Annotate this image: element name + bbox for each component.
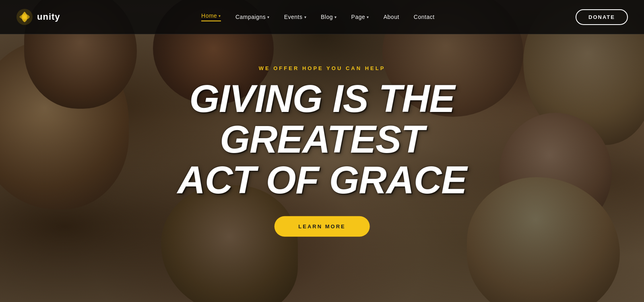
nav-item-about[interactable]: About [384, 14, 399, 20]
nav-item-campaigns[interactable]: Campaigns ▾ [235, 14, 270, 20]
hero-headline: GIVING IS THE GREATEST ACT OF GRACE [178, 79, 467, 200]
hero-section: ω unity Home ▾ Campaigns ▾ Events ▾ [0, 0, 644, 302]
chevron-down-icon: ▾ [219, 14, 221, 18]
donate-button[interactable]: DONATE [576, 9, 628, 25]
nav-item-contact[interactable]: Contact [414, 14, 435, 20]
svg-text:ω: ω [23, 14, 26, 19]
chevron-down-icon: ▾ [304, 15, 307, 19]
navbar: ω unity Home ▾ Campaigns ▾ Events ▾ [0, 0, 644, 34]
nav-link-campaigns[interactable]: Campaigns ▾ [235, 14, 270, 20]
nav-link-events[interactable]: Events ▾ [284, 14, 306, 20]
nav-link-page[interactable]: Page ▾ [351, 14, 369, 20]
nav-links: Home ▾ Campaigns ▾ Events ▾ Blog ▾ [201, 12, 435, 21]
hero-headline-line2: GREATEST [178, 119, 467, 160]
nav-link-blog[interactable]: Blog ▾ [321, 14, 337, 20]
hero-tagline: WE OFFER HOPE YOU CAN HELP [259, 65, 386, 71]
nav-item-events[interactable]: Events ▾ [284, 14, 306, 20]
nav-item-blog[interactable]: Blog ▾ [321, 14, 337, 20]
learn-more-button[interactable]: LEARN MORE [274, 216, 369, 237]
hero-content: WE OFFER HOPE YOU CAN HELP GIVING IS THE… [178, 65, 467, 237]
unity-logo-icon: ω [16, 8, 33, 25]
logo-text: unity [37, 12, 60, 22]
nav-link-contact[interactable]: Contact [414, 14, 435, 20]
nav-link-about[interactable]: About [384, 14, 399, 20]
nav-item-page[interactable]: Page ▾ [351, 14, 369, 20]
logo-link[interactable]: ω unity [16, 8, 60, 25]
hero-headline-line1: GIVING IS THE [178, 79, 467, 119]
nav-item-home[interactable]: Home ▾ [201, 12, 221, 21]
hero-headline-line3: ACT OF GRACE [178, 159, 467, 200]
chevron-down-icon: ▾ [367, 15, 369, 19]
nav-link-home[interactable]: Home ▾ [201, 12, 221, 21]
chevron-down-icon: ▾ [267, 15, 270, 19]
chevron-down-icon: ▾ [334, 15, 337, 19]
